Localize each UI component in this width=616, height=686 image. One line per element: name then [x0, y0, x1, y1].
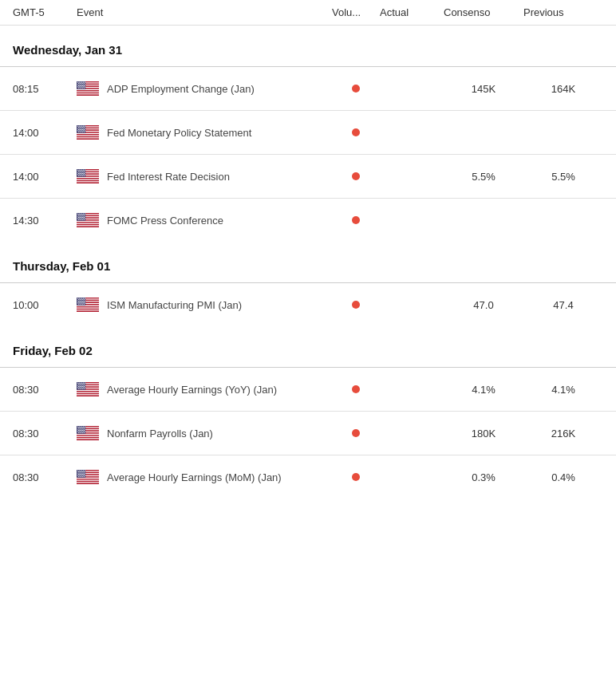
svg-rect-200: [77, 311, 99, 312]
svg-point-74: [80, 128, 81, 128]
svg-point-165: [84, 215, 85, 215]
svg-point-163: [81, 215, 81, 215]
svg-point-350: [80, 471, 81, 472]
svg-point-121: [80, 172, 81, 172]
svg-point-234: [84, 304, 85, 305]
svg-point-155: [77, 214, 78, 215]
svg-point-87: [83, 130, 84, 131]
svg-rect-289: [77, 434, 99, 435]
svg-point-78: [78, 129, 79, 130]
svg-point-68: [80, 127, 81, 128]
svg-point-69: [81, 127, 81, 128]
svg-point-361: [80, 474, 81, 475]
svg-point-139: [82, 175, 83, 176]
svg-rect-337: [77, 479, 99, 479]
volume-dot: [352, 385, 360, 393]
svg-point-264: [83, 384, 84, 385]
svg-point-327: [82, 432, 83, 433]
svg-point-203: [79, 298, 80, 299]
svg-point-120: [79, 172, 80, 172]
svg-point-122: [81, 172, 82, 172]
svg-point-346: [81, 471, 82, 471]
svg-point-30: [85, 84, 85, 85]
svg-point-315: [81, 430, 81, 431]
svg-point-208: [78, 299, 79, 300]
svg-rect-294: [77, 440, 99, 440]
svg-point-358: [83, 472, 84, 473]
svg-point-70: [82, 127, 83, 128]
svg-point-362: [81, 474, 81, 475]
svg-point-302: [78, 428, 79, 428]
svg-point-171: [85, 215, 85, 216]
svg-point-204: [80, 298, 81, 299]
svg-point-26: [79, 84, 80, 85]
event-name: ADP Employment Change (Jan): [77, 81, 332, 96]
svg-point-179: [80, 218, 81, 219]
svg-point-349: [78, 471, 79, 472]
svg-point-119: [77, 172, 78, 172]
svg-point-354: [77, 472, 78, 473]
svg-point-207: [85, 298, 85, 299]
svg-point-353: [84, 471, 85, 472]
svg-point-182: [85, 218, 85, 219]
event-volume: [332, 85, 380, 93]
svg-point-61: [77, 126, 78, 127]
svg-point-305: [82, 428, 83, 428]
svg-point-227: [81, 302, 82, 303]
svg-point-113: [85, 170, 85, 171]
svg-point-219: [78, 302, 79, 302]
svg-point-111: [81, 170, 82, 171]
volume-dot: [352, 301, 360, 309]
event-time: 08:30: [13, 471, 77, 483]
svg-rect-195: [77, 306, 99, 306]
svg-point-249: [77, 383, 78, 384]
svg-point-108: [77, 170, 78, 171]
svg-point-221: [81, 302, 81, 302]
svg-point-158: [81, 214, 82, 215]
svg-point-84: [79, 130, 80, 131]
svg-point-273: [80, 387, 81, 388]
event-consensus: 180K: [444, 428, 523, 440]
svg-point-299: [81, 427, 82, 428]
svg-point-175: [82, 217, 83, 218]
svg-rect-341: [77, 483, 99, 484]
svg-point-343: [77, 471, 78, 471]
svg-point-263: [81, 384, 82, 385]
svg-point-216: [81, 300, 82, 301]
svg-point-345: [80, 471, 81, 471]
event-name: Nonfarm Payrolls (Jan): [77, 426, 332, 440]
event-name: Average Hourly Earnings (YoY) (Jan): [77, 382, 332, 396]
svg-point-80: [81, 129, 81, 130]
svg-point-75: [81, 128, 82, 128]
svg-point-274: [81, 387, 82, 388]
volume-dot: [352, 473, 360, 481]
svg-point-180: [81, 218, 82, 219]
svg-point-118: [84, 171, 85, 172]
svg-point-265: [85, 384, 85, 385]
svg-point-127: [81, 173, 81, 174]
svg-point-231: [80, 304, 81, 305]
svg-point-125: [78, 173, 79, 174]
svg-point-256: [80, 384, 81, 384]
svg-point-224: [77, 302, 78, 303]
svg-point-367: [80, 475, 81, 475]
svg-point-359: [85, 472, 85, 473]
svg-point-23: [82, 83, 83, 84]
svg-point-209: [80, 299, 81, 300]
section-header-2: Friday, Feb 02: [0, 326, 616, 368]
event-consensus: 4.1%: [444, 384, 523, 396]
svg-point-129: [84, 173, 85, 174]
svg-point-313: [78, 430, 79, 431]
event-previous: 164K: [523, 83, 603, 95]
svg-rect-340: [77, 482, 99, 483]
svg-rect-293: [77, 438, 99, 439]
svg-point-309: [80, 428, 81, 429]
event-time: 14:00: [13, 127, 77, 139]
svg-point-214: [79, 300, 80, 301]
svg-point-368: [81, 475, 82, 475]
svg-point-132: [80, 174, 81, 175]
svg-point-266: [78, 386, 79, 387]
svg-rect-290: [77, 435, 99, 436]
svg-point-140: [84, 175, 85, 176]
svg-point-210: [81, 299, 81, 300]
